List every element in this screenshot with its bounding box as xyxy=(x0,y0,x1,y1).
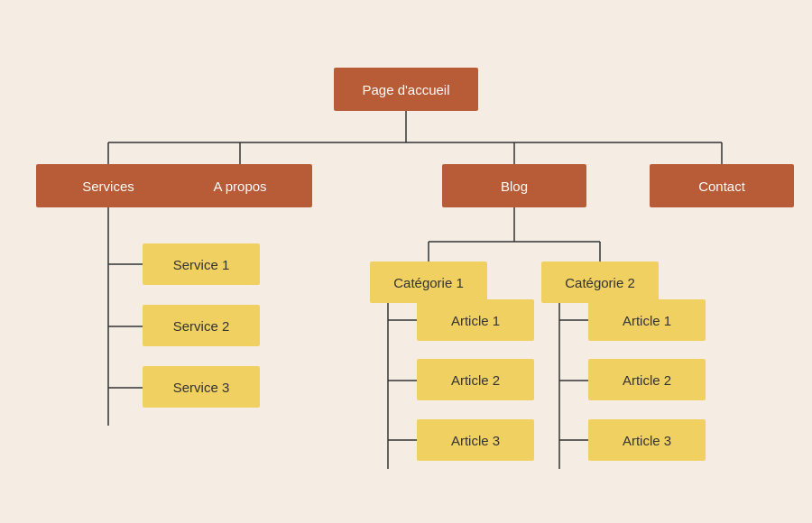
node-cat1-art2: Article 2 xyxy=(417,359,534,400)
node-blog: Blog xyxy=(442,164,586,207)
node-service3: Service 3 xyxy=(143,366,260,408)
node-apropos: A propos xyxy=(168,164,312,207)
node-cat2-art2: Article 2 xyxy=(588,359,706,400)
node-services: Services xyxy=(36,164,180,207)
node-cat2-art3: Article 3 xyxy=(588,419,706,461)
node-cat2: Catégorie 2 xyxy=(541,262,659,303)
node-cat1-art3: Article 3 xyxy=(417,419,534,461)
site-map-diagram: Page d'accueil Services A propos Blog Co… xyxy=(9,9,803,514)
node-service2: Service 2 xyxy=(143,305,260,346)
node-cat1-art1: Article 1 xyxy=(417,299,534,341)
node-service1: Service 1 xyxy=(143,243,260,285)
node-contact: Contact xyxy=(650,164,794,207)
node-root: Page d'accueil xyxy=(334,68,478,111)
node-cat2-art1: Article 1 xyxy=(588,299,706,341)
node-cat1: Catégorie 1 xyxy=(370,262,487,303)
